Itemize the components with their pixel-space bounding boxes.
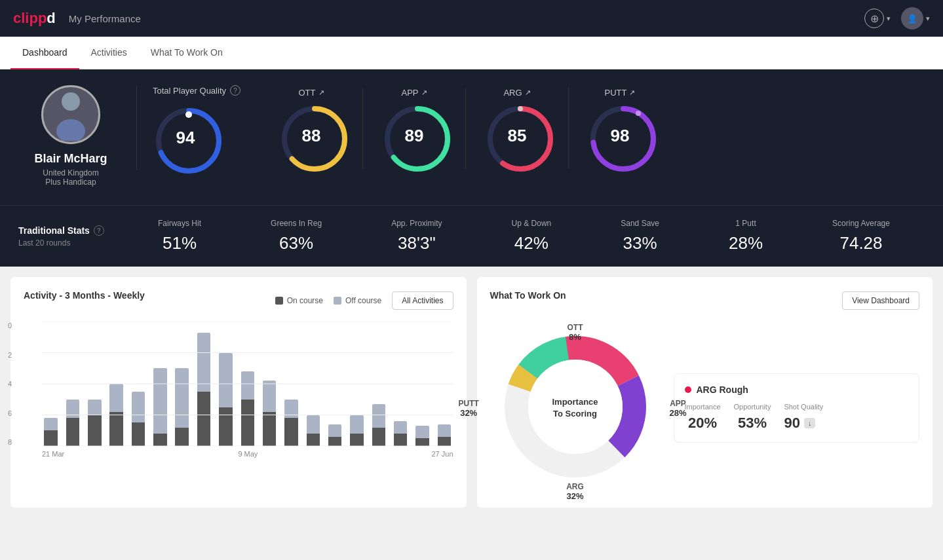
ott-seg-name: OTT: [568, 323, 583, 332]
tpq-label: Total Player Quality: [153, 86, 226, 96]
page-title: My Performance: [69, 13, 141, 24]
chart-legend: On course Off course: [275, 296, 382, 305]
tab-dashboard[interactable]: Dashboard: [10, 37, 79, 69]
app-arrow: ↗: [421, 88, 427, 97]
wtwo-title: What To Work On: [490, 290, 566, 301]
svg-point-14: [636, 111, 641, 116]
putt-label: PUTT ↗: [605, 88, 636, 98]
trad-stats-help-icon[interactable]: ?: [94, 225, 104, 236]
stat-sandsave-value: 33%: [621, 233, 659, 253]
score-card-ott: OTT ↗ 88: [260, 88, 363, 168]
svg-point-1: [56, 119, 85, 141]
arg-ring: 85: [484, 103, 550, 168]
legend-on-course-label: On course: [287, 296, 323, 305]
trad-stats-title: Traditional Stats: [18, 225, 90, 236]
insight-dot: [685, 386, 691, 393]
score-card-app: APP ↗ 89: [363, 88, 466, 168]
arg-seg-pct: 32%: [566, 491, 584, 501]
stat-1putt-value: 28%: [729, 233, 763, 253]
legend-off-course-dot: [334, 297, 341, 305]
y-label-4: 4: [8, 380, 12, 388]
trad-stats-sub: Last 20 rounds: [18, 238, 123, 248]
ott-segment-label: OTT 8%: [568, 323, 583, 342]
add-dropdown-arrow[interactable]: ▾: [887, 14, 891, 23]
tpq-value: 94: [176, 128, 195, 148]
stat-proximity-value: 38'3": [391, 233, 442, 253]
donut-line1: Importance: [552, 396, 598, 408]
app-seg-name: APP: [669, 399, 686, 408]
stat-updown-value: 42%: [512, 233, 552, 253]
chart-header: Activity - 3 Months - Weekly On course O…: [24, 290, 453, 311]
stat-proximity: App. Proximity 38'3": [391, 219, 442, 253]
ott-arrow: ↗: [318, 88, 324, 97]
stat-greens-label: Greens In Reg: [271, 219, 322, 228]
traditional-stats: Traditional Stats ? Last 20 rounds Fairw…: [0, 205, 943, 267]
stat-fairways: Fairways Hit 51%: [158, 219, 201, 253]
score-card-putt: PUTT ↗ 98: [569, 88, 671, 168]
stat-items: Fairways Hit 51% Greens In Reg 63% App. …: [123, 219, 925, 253]
stat-scoring-label: Scoring Average: [832, 219, 890, 228]
x-label-mar: 21 Mar: [42, 450, 64, 458]
putt-segment-label: PUTT 32%: [459, 399, 479, 418]
stat-greens: Greens In Reg 63%: [271, 219, 322, 253]
app-ring: 89: [381, 103, 447, 168]
player-info: Blair McHarg United Kingdom Plus Handica…: [18, 85, 136, 187]
insight-col-opportunity: Opportunity 53%: [734, 403, 771, 432]
y-label-0: 0: [8, 322, 12, 329]
donut-wrapper: Importance To Scoring OTT 8% APP 28% ARG…: [490, 322, 661, 495]
legend-off-course: Off course: [334, 296, 381, 305]
legend-on-course-dot: [275, 297, 283, 305]
legend-on-course: On course: [275, 296, 323, 305]
tpq-header: Total Player Quality ?: [153, 85, 241, 96]
header-right: ⊕ ▾ 👤 ▾: [864, 7, 930, 29]
ott-ring: 88: [279, 103, 344, 168]
insight-col-importance: Importance 20%: [685, 403, 721, 432]
ott-label: OTT ↗: [299, 88, 324, 98]
wtwo-header: What To Work On View Dashboard: [490, 290, 920, 311]
activity-chart-panel: Activity - 3 Months - Weekly On course O…: [10, 277, 467, 508]
ott-value: 88: [302, 125, 321, 145]
add-button[interactable]: ⊕: [864, 9, 884, 28]
insight-shotquality-value: 90: [784, 415, 799, 432]
view-dashboard-button[interactable]: View Dashboard: [842, 291, 919, 310]
arg-segment-label: ARG 32%: [566, 482, 584, 501]
chart-title: Activity - 3 Months - Weekly: [24, 290, 145, 301]
stat-1putt: 1 Putt 28%: [729, 219, 763, 253]
x-label-jun: 27 Jun: [431, 450, 453, 458]
stat-proximity-label: App. Proximity: [391, 219, 442, 228]
app-seg-pct: 28%: [669, 408, 686, 418]
arg-value: 85: [508, 125, 527, 145]
insight-columns: Importance 20% Opportunity 53% Shot Qual…: [685, 403, 909, 432]
putt-seg-pct: 32%: [459, 408, 479, 418]
stat-scoring-value: 74.28: [832, 233, 890, 253]
stat-fairways-label: Fairways Hit: [158, 219, 201, 228]
chart-x-labels: 21 Mar 9 May 27 Jun: [42, 446, 453, 458]
insight-card: ARG Rough Importance 20% Opportunity 53%…: [674, 373, 920, 443]
stat-updown: Up & Down 42%: [512, 219, 552, 253]
tabs-bar: Dashboard Activities What To Work On: [0, 37, 943, 69]
player-avatar: [41, 85, 100, 144]
player-name: Blair McHarg: [34, 152, 107, 166]
stat-updown-label: Up & Down: [512, 219, 552, 228]
logo: clippd: [13, 10, 56, 27]
all-activities-button[interactable]: All Activities: [392, 291, 453, 310]
tpq-help-icon[interactable]: ?: [230, 85, 241, 96]
tab-activities[interactable]: Activities: [79, 37, 139, 69]
insight-title: ARG Rough: [685, 384, 909, 395]
tab-what-to-work-on[interactable]: What To Work On: [139, 37, 235, 69]
stat-1putt-label: 1 Putt: [729, 219, 763, 228]
tpq-ring: 94: [153, 105, 218, 170]
putt-arrow: ↗: [629, 88, 635, 97]
stat-fairways-value: 51%: [158, 233, 201, 253]
donut-center-text: Importance To Scoring: [552, 396, 598, 420]
donut-line2: To Scoring: [552, 408, 598, 420]
header-left: clippd My Performance: [13, 10, 141, 27]
insight-opportunity-value: 53%: [734, 415, 771, 432]
what-to-work-on-panel: What To Work On View Dashboard: [477, 277, 933, 508]
profile-dropdown-arrow[interactable]: ▾: [926, 14, 930, 23]
stat-scoring: Scoring Average 74.28: [832, 219, 890, 253]
y-label-2: 2: [8, 351, 12, 359]
bottom-section: Activity - 3 Months - Weekly On course O…: [0, 267, 943, 518]
app-label: APP ↗: [401, 88, 427, 98]
y-label-8: 8: [8, 438, 12, 446]
